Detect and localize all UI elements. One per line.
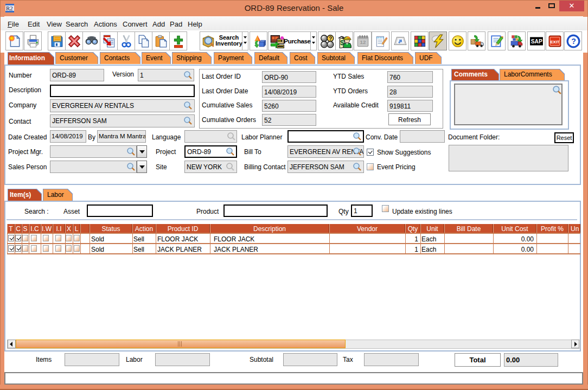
svg-text:?: ?: [571, 37, 576, 46]
svg-text:?: ?: [329, 36, 332, 42]
svg-text:FIX: FIX: [278, 40, 282, 42]
svg-text:12: 12: [360, 39, 366, 45]
svg-text:R2: R2: [6, 5, 13, 11]
svg-text:EXIT: EXIT: [551, 40, 560, 44]
svg-text:SAP: SAP: [531, 39, 542, 44]
